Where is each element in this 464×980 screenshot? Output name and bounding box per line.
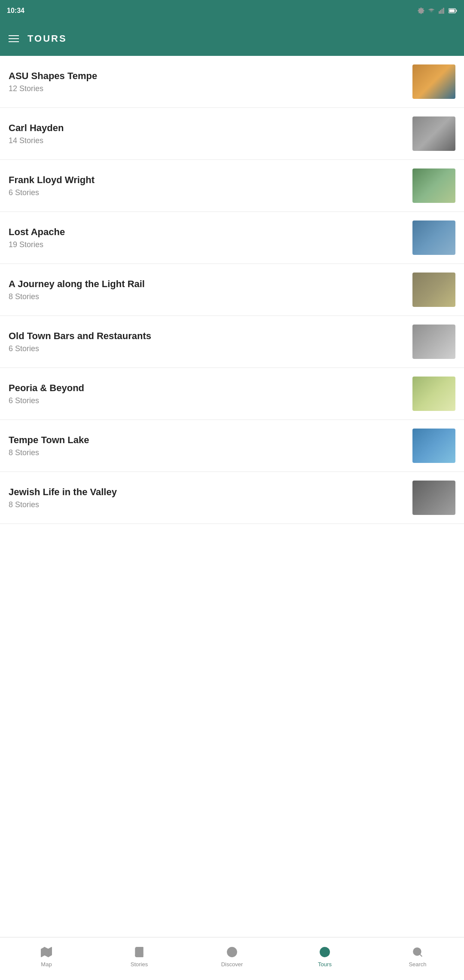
tours-icon [318, 946, 331, 959]
tour-name: ASU Shapes Tempe [9, 70, 404, 82]
bottom-nav: Map Stories Discover Tours Search [0, 937, 464, 980]
nav-label-stories: Stories [131, 961, 148, 968]
tour-name: Lost Apache [9, 227, 404, 238]
tour-item[interactable]: Peoria & Beyond 6 Stories [0, 368, 464, 420]
status-time: 10:34 [7, 7, 24, 15]
tour-item[interactable]: Old Town Bars and Restaurants 6 Stories [0, 316, 464, 368]
tour-stories: 6 Stories [9, 396, 404, 405]
tour-item[interactable]: A Journey along the Light Rail 8 Stories [0, 264, 464, 316]
tour-item[interactable]: ASU Shapes Tempe 12 Stories [0, 56, 464, 108]
tour-info: Tempe Town Lake 8 Stories [9, 435, 412, 457]
nav-item-tours[interactable]: Tours [278, 942, 371, 971]
tour-item[interactable]: Frank Lloyd Wright 6 Stories [0, 160, 464, 212]
nav-label-map: Map [41, 961, 52, 968]
nav-item-map[interactable]: Map [0, 942, 93, 971]
header: TOURS [0, 21, 464, 56]
tour-thumbnail [412, 168, 455, 203]
battery-icon [449, 8, 457, 13]
tour-name: Frank Lloyd Wright [9, 175, 404, 186]
svg-rect-3 [442, 9, 443, 14]
settings-icon [418, 7, 424, 14]
tour-item[interactable]: Jewish Life in the Valley 8 Stories [0, 472, 464, 524]
page-title: TOURS [27, 33, 67, 44]
svg-line-15 [420, 954, 422, 956]
tour-thumbnail [412, 377, 455, 411]
tour-stories: 8 Stories [9, 292, 404, 301]
svg-rect-6 [456, 10, 457, 12]
tour-thumbnail [412, 325, 455, 359]
tour-stories: 12 Stories [9, 84, 404, 93]
tour-name: A Journey along the Light Rail [9, 279, 404, 290]
nav-item-search[interactable]: Search [371, 942, 464, 971]
tour-stories: 6 Stories [9, 188, 404, 197]
map-icon [40, 946, 53, 959]
tour-name: Peoria & Beyond [9, 383, 404, 394]
tour-thumbnail [412, 273, 455, 307]
nav-item-discover[interactable]: Discover [186, 942, 278, 971]
status-icons [418, 7, 457, 14]
tour-info: Lost Apache 19 Stories [9, 227, 412, 249]
nav-label-search: Search [409, 961, 426, 968]
tour-thumbnail [412, 220, 455, 255]
tour-info: Frank Lloyd Wright 6 Stories [9, 175, 412, 197]
tour-info: Jewish Life in the Valley 8 Stories [9, 487, 412, 509]
tour-stories: 14 Stories [9, 136, 404, 145]
nav-label-discover: Discover [221, 961, 243, 968]
wifi-icon [428, 7, 435, 14]
svg-rect-1 [439, 11, 440, 13]
tour-info: Carl Hayden 14 Stories [9, 122, 412, 145]
tour-stories: 8 Stories [9, 448, 404, 457]
nav-label-tours: Tours [318, 961, 332, 968]
svg-rect-4 [443, 8, 444, 13]
tour-name: Jewish Life in the Valley [9, 487, 404, 498]
tour-stories: 19 Stories [9, 240, 404, 249]
stories-icon [133, 946, 146, 959]
tour-item[interactable]: Tempe Town Lake 8 Stories [0, 420, 464, 472]
tour-name: Old Town Bars and Restaurants [9, 331, 404, 342]
search-icon [411, 946, 424, 959]
tour-thumbnail [412, 481, 455, 515]
tour-thumbnail [412, 429, 455, 463]
tour-info: Old Town Bars and Restaurants 6 Stories [9, 331, 412, 353]
tour-item[interactable]: Lost Apache 19 Stories [0, 212, 464, 264]
svg-rect-7 [449, 9, 455, 12]
svg-marker-8 [41, 947, 52, 957]
tour-list: ASU Shapes Tempe 12 Stories Carl Hayden … [0, 56, 464, 937]
discover-icon [226, 946, 238, 959]
tour-info: A Journey along the Light Rail 8 Stories [9, 279, 412, 301]
menu-button[interactable] [9, 35, 19, 42]
svg-rect-2 [440, 10, 441, 14]
signal-icon [438, 7, 445, 14]
tour-info: Peoria & Beyond 6 Stories [9, 383, 412, 405]
tour-thumbnail [412, 116, 455, 151]
tour-name: Tempe Town Lake [9, 435, 404, 446]
nav-item-stories[interactable]: Stories [93, 942, 186, 971]
status-bar: 10:34 [0, 0, 464, 21]
tour-stories: 6 Stories [9, 344, 404, 353]
tour-thumbnail [412, 64, 455, 99]
tour-item[interactable]: Carl Hayden 14 Stories [0, 108, 464, 160]
tour-stories: 8 Stories [9, 500, 404, 509]
tour-info: ASU Shapes Tempe 12 Stories [9, 70, 412, 93]
tour-name: Carl Hayden [9, 122, 404, 134]
